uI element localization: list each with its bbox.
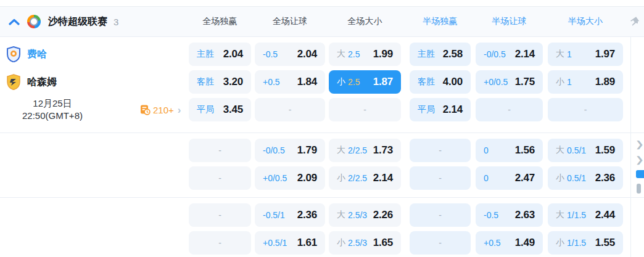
odds-groups: 费哈主胜2.04-0.52.04大2.51.99主胜2.58-0/0.52.14… [0, 38, 644, 257]
odds-group: --0.5/12.36大2.5/32.26--0.52.63大1/1.52.44… [0, 198, 644, 257]
odds-value: 1.49 [515, 237, 535, 249]
more-markets-link[interactable]: 210+› [139, 104, 181, 115]
odds-cell-label: 主胜 [418, 49, 435, 60]
odds-cell[interactable]: 大1/1.52.44 [548, 203, 623, 227]
odds-cell-label: 小2.5/3 [337, 237, 367, 248]
odds-value: 1.65 [373, 237, 393, 249]
odds-cell[interactable]: +0/0.51.75 [476, 70, 543, 94]
odds-cell-label: +0.5 [263, 77, 280, 87]
odds-cell-label: -0.5/1 [263, 210, 285, 220]
league-match-count: 3 [114, 17, 118, 27]
odds-value: 1.79 [297, 144, 317, 157]
odds-cell-label: 平局 [418, 104, 435, 115]
market-column-header: 全场让球 [255, 16, 325, 27]
odds-row: 12月25日22:50(GMT+8)210+›平局3.45--平局2.14-- [0, 98, 644, 121]
odds-cell-empty: - [329, 98, 401, 121]
odds-cell-label: +0.5 [484, 238, 501, 248]
match-info-left: 12月25日22:50(GMT+8)210+› [0, 98, 189, 121]
odds-cell-selected[interactable]: 小2.51.87 [329, 70, 401, 94]
odds-cell-label: 大1 [556, 49, 572, 60]
odds-value: 2.14 [443, 104, 463, 116]
odds-cell[interactable]: 小11.89 [548, 70, 623, 94]
odds-value: 1.84 [297, 76, 317, 88]
odds-cell[interactable]: 大0.5/11.59 [548, 139, 623, 162]
odds-cell-label: +0/0.5 [484, 77, 508, 87]
odds-value: 2.63 [515, 209, 535, 221]
odds-cell-empty: - [189, 231, 251, 255]
odds-cell[interactable]: +0.5/11.61 [255, 231, 325, 255]
pin-icon[interactable] [628, 15, 640, 30]
odds-row: 费哈主胜2.04-0.52.04大2.51.99主胜2.58-0/0.52.14… [0, 43, 644, 66]
odds-value: 2.04 [223, 48, 243, 60]
markets-count-icon [139, 104, 151, 115]
odds-value: 1.59 [595, 144, 615, 157]
odds-cell-label: +0.5/1 [263, 238, 287, 248]
team-row-left: 费哈 [0, 43, 189, 66]
league-header-left: 沙特超级联赛 3 [0, 15, 189, 28]
odds-cell[interactable]: 02.47 [476, 166, 543, 190]
odds-row: -+0.5/11.61小2.5/31.65-+0.51.49小1/1.51.55 [0, 231, 644, 255]
more-markets-count: 210+ [153, 105, 174, 115]
odds-value: 1.55 [595, 237, 615, 249]
odds-cell[interactable]: 小0.5/12.36 [548, 166, 623, 190]
odds-cell[interactable]: +0/0.52.09 [255, 166, 325, 190]
odds-value: 4.00 [443, 76, 463, 88]
odds-value: 2.04 [297, 48, 317, 60]
odds-cell-label: 大2.5 [337, 49, 360, 60]
odds-value: 2.36 [297, 209, 317, 221]
odds-cell-label: 客胜 [418, 76, 435, 88]
odds-cell[interactable]: -0.52.63 [476, 203, 543, 227]
odds-cell-label: 大0.5/1 [556, 145, 586, 156]
side-chevron-icon[interactable]: ❯ [635, 139, 644, 149]
odds-group: 费哈主胜2.04-0.52.04大2.51.99主胜2.58-0/0.52.14… [0, 38, 644, 133]
side-chevron-icon[interactable]: ❯ [635, 155, 644, 165]
odds-cell-label: 小2.5 [337, 76, 360, 88]
odds-cell[interactable]: 小2/2.52.14 [329, 166, 401, 190]
odds-cell-label: 主胜 [197, 49, 214, 60]
odds-cell[interactable]: -0.5/12.36 [255, 203, 325, 227]
odds-cell-label: 大2.5/3 [337, 210, 367, 221]
odds-cell[interactable]: 主胜2.58 [410, 43, 471, 66]
match-date: 12月25日 [6, 97, 99, 110]
odds-cell[interactable]: +0.51.84 [255, 70, 325, 94]
odds-value: 1.97 [595, 48, 615, 60]
odds-value: 2.09 [297, 172, 317, 184]
odds-cell-label: +0/0.5 [263, 173, 287, 183]
odds-cell-label: -0/0.5 [484, 49, 506, 59]
odds-cell[interactable]: 大2.5/32.26 [329, 203, 401, 227]
odds-value: 1.73 [373, 144, 393, 157]
odds-cell-label: -0.5 [484, 210, 498, 220]
odds-value: 2.14 [515, 48, 535, 60]
odds-cell[interactable]: 平局3.45 [189, 98, 251, 121]
odds-cell-label: 小1 [556, 76, 572, 88]
odds-cell[interactable]: 客胜4.00 [410, 70, 471, 94]
empty-left [0, 203, 189, 227]
odds-cell[interactable]: +0.51.49 [476, 231, 543, 255]
odds-cell[interactable]: 小1/1.51.55 [548, 231, 623, 255]
away-team-crest-icon [6, 74, 21, 90]
odds-cell[interactable]: 小2.5/31.65 [329, 231, 401, 255]
odds-cell[interactable]: -0.52.04 [255, 43, 325, 66]
odds-cell-label: -0.5 [263, 49, 278, 59]
side-blue-badge[interactable] [636, 170, 644, 178]
odds-cell-empty: - [189, 166, 251, 190]
odds-cell-empty: - [189, 203, 251, 227]
odds-cell[interactable]: -0/0.52.14 [476, 43, 543, 66]
odds-cell[interactable]: 主胜2.04 [189, 43, 251, 66]
odds-cell[interactable]: -0/0.51.79 [255, 139, 325, 162]
odds-panel: 沙特超级联赛 3 全场独赢全场让球全场大小半场独赢半场让球半场大小 费哈主胜2.… [0, 0, 644, 257]
odds-cell[interactable]: 大11.97 [548, 43, 623, 66]
collapse-chevron-up-icon[interactable] [9, 18, 20, 25]
odds-cell[interactable]: 客胜3.20 [189, 70, 251, 94]
odds-cell[interactable]: 平局2.14 [410, 98, 471, 121]
odds-cell[interactable]: 大2.51.99 [329, 43, 401, 66]
odds-cell-label: 0 [484, 173, 489, 183]
odds-cell[interactable]: 01.56 [476, 139, 543, 162]
odds-row: -+0/0.52.09小2/2.52.14-02.47小0.5/12.36 [0, 166, 644, 190]
odds-row: 哈森姆客胜3.20+0.51.84小2.51.87客胜4.00+0/0.51.7… [0, 70, 644, 94]
chevron-right-icon: › [178, 105, 181, 115]
away-team-name: 哈森姆 [27, 76, 57, 89]
empty-left [0, 231, 189, 255]
odds-cell-empty: - [410, 139, 471, 162]
odds-cell[interactable]: 大2/2.51.73 [329, 139, 401, 162]
